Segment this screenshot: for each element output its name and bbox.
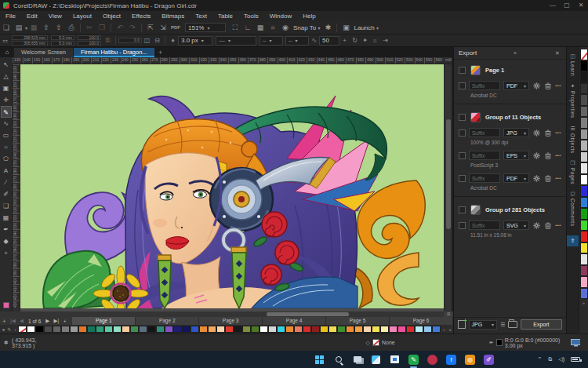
curve-tool-icon[interactable]: ✎ xyxy=(1,106,12,118)
color-swatch[interactable] xyxy=(380,326,389,333)
item-more-options-icon[interactable]: ••• xyxy=(555,153,561,158)
item-settings-gear-icon[interactable] xyxy=(532,174,541,182)
export-group-checkbox[interactable] xyxy=(459,206,466,213)
color-swatch[interactable] xyxy=(294,326,303,333)
color-swatch[interactable] xyxy=(251,326,260,333)
palette-swatch[interactable] xyxy=(580,242,588,254)
docker-collapse-icon[interactable]: » xyxy=(511,50,519,56)
color-swatch[interactable] xyxy=(346,326,354,333)
palette-swatch[interactable] xyxy=(580,253,588,265)
item-more-options-icon[interactable]: ••• xyxy=(555,176,561,180)
docker-tab-objects[interactable]: ☰Objects xyxy=(570,126,575,154)
show-grid-icon[interactable]: ▦ xyxy=(254,24,267,31)
palette-swatch[interactable] xyxy=(580,129,588,140)
color-swatch[interactable] xyxy=(285,326,294,333)
menu-tools[interactable]: Tools xyxy=(238,11,264,21)
export-options-list-icon[interactable]: ☰ xyxy=(500,322,505,328)
lock-ratio-icon[interactable]: ⚿ xyxy=(103,37,113,45)
vertical-ruler[interactable]: 1301401501601701801902002102202302402502… xyxy=(13,64,20,312)
tray-battery-icon[interactable] xyxy=(571,357,580,362)
menu-bitmaps[interactable]: Bitmaps xyxy=(156,11,190,21)
horizontal-scrollbar[interactable] xyxy=(0,312,453,317)
previous-page-icon[interactable]: ◀ xyxy=(17,318,26,324)
page-tab-page-6[interactable]: Page 6 xyxy=(390,317,453,325)
vertical-scrollbar[interactable] xyxy=(444,64,452,312)
zoom-level-combo[interactable]: 151%▾ xyxy=(185,23,226,32)
color-swatch[interactable] xyxy=(432,326,441,333)
eyedropper-tool-icon[interactable]: ✒ xyxy=(1,224,12,235)
page-layout-icon[interactable]: ⚏ xyxy=(0,37,10,44)
toolbox-color-indicator[interactable] xyxy=(3,302,9,308)
export-footer-format-combo[interactable]: JPG▾ xyxy=(469,320,497,330)
color-swatch[interactable] xyxy=(260,326,268,333)
palette-expand-icon[interactable]: » xyxy=(447,327,453,332)
fill-tool-icon[interactable]: ◆ xyxy=(1,235,12,247)
color-swatch[interactable] xyxy=(225,326,234,333)
outline-width-combo[interactable]: 3.0 px▾ xyxy=(178,36,212,46)
item-delete-trash-icon[interactable] xyxy=(544,151,553,159)
color-swatch[interactable] xyxy=(173,326,182,333)
color-swatch[interactable] xyxy=(147,326,156,333)
export-item-checkbox[interactable] xyxy=(459,82,466,89)
copy-icon[interactable]: ❐ xyxy=(96,24,108,31)
search-content-icon[interactable]: ⇱ xyxy=(144,24,157,31)
menu-file[interactable]: File xyxy=(0,11,21,21)
color-swatch[interactable] xyxy=(44,326,53,333)
color-swatch[interactable] xyxy=(337,326,346,333)
taskbar-coreldraw-icon[interactable]: ✎ xyxy=(408,354,419,366)
docker-close-icon[interactable]: ✕ xyxy=(554,50,561,56)
horizontal-ruler[interactable]: 1301401501601701801902002102202302402502… xyxy=(13,57,452,64)
page-navigator-icon[interactable]: ⊞ xyxy=(444,312,453,317)
mirror-vertical-icon[interactable]: ⊟ xyxy=(152,37,162,44)
menu-help[interactable]: Help xyxy=(297,11,321,21)
tray-display-icon[interactable]: ⧉ xyxy=(548,356,552,363)
launch-icon[interactable]: ▣ xyxy=(339,24,352,31)
size-width-field[interactable]: 5.0 mm xyxy=(51,35,74,41)
item-delete-trash-icon[interactable] xyxy=(544,82,553,89)
menu-text[interactable]: Text xyxy=(190,11,212,21)
suffix-input[interactable] xyxy=(469,128,500,137)
menu-effects[interactable]: Effects xyxy=(126,11,156,21)
undo-icon[interactable]: ↶ xyxy=(114,24,126,31)
color-swatch[interactable] xyxy=(320,326,328,333)
snap-to-dropdown[interactable]: Snap To ▾ xyxy=(293,24,320,31)
item-settings-gear-icon[interactable] xyxy=(532,129,541,137)
palette-swatch[interactable] xyxy=(580,174,588,186)
export-item-checkbox[interactable] xyxy=(459,152,466,159)
options-gear-icon[interactable]: ✱ xyxy=(321,24,334,31)
palette-swatch[interactable] xyxy=(580,117,588,129)
color-swatch[interactable] xyxy=(122,326,130,333)
add-export-item-icon[interactable] xyxy=(458,320,466,329)
redo-icon[interactable]: ↷ xyxy=(126,24,139,31)
taskbar-search-icon[interactable] xyxy=(332,354,344,366)
suffix-input[interactable] xyxy=(469,151,500,160)
display-settings-icon[interactable] xyxy=(571,339,580,347)
fullscreen-preview-icon[interactable]: ⛶ xyxy=(229,24,241,32)
store-icon[interactable] xyxy=(389,354,401,366)
scale-y-field[interactable]: 100.0 xyxy=(78,41,101,46)
shape-tool-icon[interactable]: △ xyxy=(1,71,12,82)
rotation-angle-field[interactable]: 0.0 xyxy=(118,38,142,43)
status-gear-icon[interactable]: ✱ xyxy=(4,340,9,346)
launch-dropdown[interactable]: Launch ▾ xyxy=(354,24,379,31)
format-dropdown[interactable]: PDF▾ xyxy=(503,81,529,90)
wrap-text-icon[interactable]: ☼ xyxy=(370,37,380,44)
page-tab-page-3[interactable]: Page 3 xyxy=(199,317,263,325)
palette-swatch[interactable] xyxy=(580,94,588,106)
color-swatch[interactable] xyxy=(61,326,70,333)
shadow-tool-icon[interactable]: ❏ xyxy=(1,200,12,212)
snap-magnet-icon[interactable]: ◉ xyxy=(279,24,292,31)
publish-icon[interactable]: ⇲ xyxy=(157,24,169,31)
home-icon[interactable]: ⌂ xyxy=(0,48,14,57)
palette-more-left-icon[interactable]: ‹ xyxy=(13,327,19,332)
color-swatch[interactable] xyxy=(415,326,423,333)
color-swatch[interactable] xyxy=(389,326,397,333)
suffix-input[interactable] xyxy=(469,173,500,183)
first-page-icon[interactable]: |◀ xyxy=(9,318,17,324)
docker-tab-export-active[interactable]: ⇧ xyxy=(567,235,579,246)
maximize-button[interactable]: ▢ xyxy=(560,0,574,11)
color-swatch[interactable] xyxy=(96,326,104,333)
palette-scroll-right-icon[interactable]: › xyxy=(441,327,447,332)
palette-swatch[interactable] xyxy=(580,162,588,174)
palette-swatch[interactable] xyxy=(580,265,588,277)
